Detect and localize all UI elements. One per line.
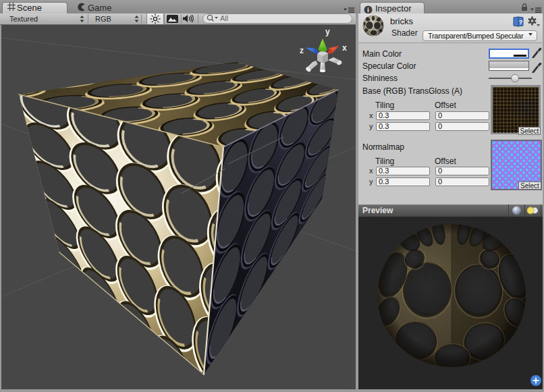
- svg-text:?: ?: [519, 19, 523, 26]
- svg-text:i: i: [367, 6, 369, 13]
- svg-text:z: z: [300, 46, 304, 55]
- svg-text:y: y: [325, 27, 330, 36]
- svg-text:x: x: [342, 43, 347, 53]
